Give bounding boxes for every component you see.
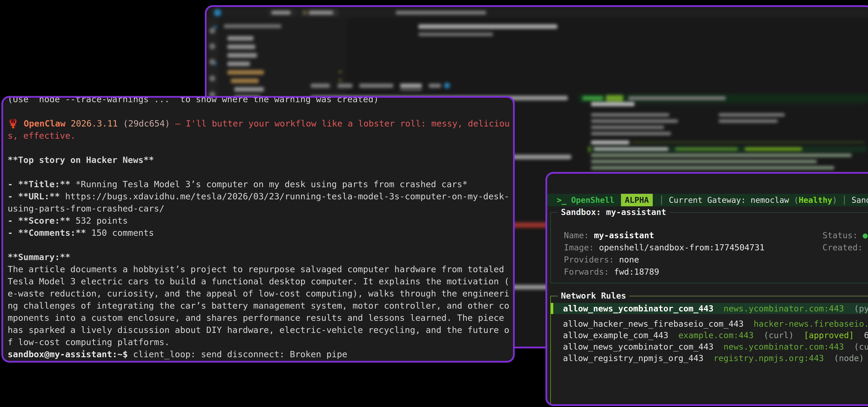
hn-comments-line: - **Comments:** 150 comments xyxy=(8,227,513,239)
shell-prompt-line: sandbox@my-assistant:~$ client_loop: sen… xyxy=(8,348,513,360)
terminal-blank-line xyxy=(8,105,513,117)
openshell-logo: >_ xyxy=(557,195,566,205)
sandbox-box-title: Sandbox: my-assistant xyxy=(558,207,670,217)
openclaw-tagline: — I'll butter your workflow like a lobst… xyxy=(175,118,510,129)
summary-heading: **Summary:** xyxy=(8,251,513,263)
openclaw-banner-line: 🦞 OpenClaw 2026.3.11 (29dc654) — I'll bu… xyxy=(8,117,513,130)
summary-line: has sparked a lively discussion about DI… xyxy=(8,324,513,336)
hn-url-wrap-line: using-parts-from-crashed-cars/ xyxy=(8,202,513,214)
sandbox-forwards-field: Forwards: fwd:18789 xyxy=(564,267,659,277)
terminal-blank-line xyxy=(8,239,513,251)
hn-title-line: - **Title:** *Running Tesla Model 3’s co… xyxy=(8,178,513,190)
selection-bar xyxy=(551,303,553,314)
openshell-status-bar: >_ OpenShell ALPHA │ Current Gateway: ne… xyxy=(547,194,868,206)
summary-line: The article documents a hobbyist’s proje… xyxy=(8,263,513,275)
gateway-name: nemoclaw xyxy=(750,195,789,205)
openclaw-terminal-output: (Use `node --trace-warnings ...` to show… xyxy=(8,96,513,360)
shell-prompt: sandbox@my-assistant:~$ xyxy=(8,349,128,359)
hn-score-line: - **Score:** 532 points xyxy=(8,214,513,227)
disconnect-message: client_loop: send disconnect: Broken pip… xyxy=(133,349,347,359)
openclaw-app-name: OpenClaw xyxy=(24,118,66,129)
network-rule-row[interactable]: allow_example_com_443 example.com:443 (c… xyxy=(551,330,868,341)
sandbox-providers-field: Providers: none xyxy=(564,254,639,265)
openclaw-terminal-window: (Use `node --trace-warnings ...` to show… xyxy=(1,96,515,363)
gateway-health: Healthy xyxy=(799,195,832,205)
status-dot-icon: ● xyxy=(863,230,868,240)
sandbox-label: Sandbox: xyxy=(851,195,868,205)
network-rule-row[interactable]: allow_hacker_news_firebaseio_com_443 hac… xyxy=(551,318,868,329)
hn-url-line: - **URL:** https://bugs.xdavidhu.me/tesl… xyxy=(8,190,513,202)
sandbox-name-field: Name: my-assistant xyxy=(564,230,654,240)
terminal-line-clipped: (Use `node --trace-warnings ...` to show… xyxy=(8,96,513,105)
network-rule-row[interactable]: allow_registry_npmjs_org_443 registry.np… xyxy=(551,352,868,364)
summary-line: Tesla Model 3 electric cars to build a f… xyxy=(8,275,513,287)
terminal-blank-line xyxy=(8,166,513,178)
sandbox-created-field: Created: 2026-03-26 06:00 xyxy=(823,242,868,252)
network-rules-title: Network Rules xyxy=(558,291,629,301)
summary-line: ng challenges of integrating the car’s b… xyxy=(8,300,513,312)
hn-top-story-heading: **Top story on Hacker News** xyxy=(8,154,513,166)
openclaw-build-hash: (29dc654) xyxy=(123,118,170,129)
summary-line: f low-cost computing platforms. xyxy=(8,336,513,348)
network-rule-row[interactable]: allow_news_ycombinator_com_443 news.ycom… xyxy=(551,341,868,352)
summary-line: mponents into a custom enclosure, and sh… xyxy=(8,312,513,324)
openshell-terminal-window: openshell - ubuntu ＋ ⌄ ⋯ >_ OpenShell AL… xyxy=(546,172,868,406)
openshell-app-name: OpenShell xyxy=(571,195,614,205)
terminal-blank-line xyxy=(8,142,513,154)
openshell-titlebar: openshell - ubuntu ＋ ⌄ ⋯ xyxy=(547,174,868,194)
sandbox-info-box: Sandbox: my-assistant Name: my-assistant… xyxy=(550,212,868,283)
gateway-label: Current Gateway: xyxy=(669,195,746,205)
sandbox-status-field: Status: ● Ready xyxy=(823,230,868,240)
openclaw-version: 2026.3.11 xyxy=(71,118,118,129)
network-rules-box: Network Rules allow_news_ycombinator_com… xyxy=(550,296,868,406)
desktop: (Use `node --trace-warnings ...` to show… xyxy=(0,0,868,407)
sandbox-image-field: Image: openshell/sandbox-from:1774504731 xyxy=(564,242,765,252)
summary-line: e-waste reduction, curiosity, and the ap… xyxy=(8,287,513,300)
openclaw-banner-wrap: s, effective. xyxy=(8,130,513,142)
network-rule-row-selected[interactable]: allow_news_ycombinator_com_443 news.ycom… xyxy=(551,303,868,314)
lobster-emoji-icon: 🦞 xyxy=(8,118,19,129)
alpha-badge: ALPHA xyxy=(621,194,653,206)
